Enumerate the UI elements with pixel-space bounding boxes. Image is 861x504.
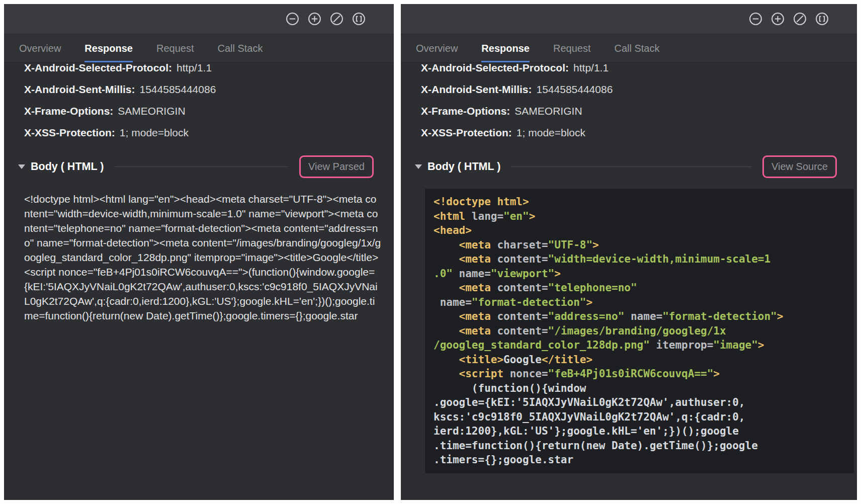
header-value: SAMEORIGIN xyxy=(118,105,185,117)
inspector-panel-source: Overview Response Request Call Stack X-A… xyxy=(401,4,857,500)
header-name: X-Android-Selected-Protocol xyxy=(421,63,565,74)
tab-response[interactable]: Response xyxy=(84,34,133,62)
tab-bar: Overview Response Request Call Stack xyxy=(4,34,394,63)
response-headers-list: X-Android-Selected-Protocol: http/1.1 X-… xyxy=(24,63,374,143)
code-line: <meta content="/images/branding/googleg/… xyxy=(434,324,845,339)
code-line: <html lang="en"> xyxy=(434,209,845,224)
header-name: X-Android-Sent-Millis xyxy=(421,83,529,96)
collapse-triangle-icon[interactable] xyxy=(415,164,422,169)
body-section-header: Body ( HTML ) View Parsed xyxy=(24,154,374,179)
code-line: <head> xyxy=(434,223,845,238)
header-value: 1; mode=block xyxy=(120,127,189,139)
header-separator: : xyxy=(529,83,532,96)
header-row: X-Frame-Options: SAMEORIGIN xyxy=(24,100,374,122)
divider-line xyxy=(511,166,751,167)
header-value: 1; mode=block xyxy=(516,127,585,139)
focus-brackets-icon[interactable] xyxy=(352,12,366,26)
tab-overview[interactable]: Overview xyxy=(416,34,458,62)
code-line: <!doctype html> xyxy=(434,195,845,209)
focus-brackets-icon[interactable] xyxy=(815,12,829,26)
header-separator: : xyxy=(508,127,512,139)
body-section-header: Body ( HTML ) View Source xyxy=(421,154,837,179)
code-line: <meta content="width=device-width,minimu… xyxy=(434,252,845,267)
divider-line xyxy=(115,166,288,167)
block-icon[interactable] xyxy=(793,12,807,26)
body-section-label: Body ( HTML ) xyxy=(31,160,104,173)
header-value: http/1.1 xyxy=(573,63,609,74)
header-value: SAMEORIGIN xyxy=(514,105,582,117)
tab-request[interactable]: Request xyxy=(156,34,194,62)
zoom-out-icon[interactable] xyxy=(749,12,762,26)
header-separator: : xyxy=(168,63,172,74)
code-line: <meta charset="UTF-8"> xyxy=(434,238,845,253)
code-line: <meta content="address=no" name="format-… xyxy=(434,309,845,324)
tab-response[interactable]: Response xyxy=(481,34,530,62)
code-line: <script nonce="feB+4Pj01s0iRCW6couvqA=="… xyxy=(434,367,845,381)
code-line: kscs:'c9c918f0_5IAQXJyVNaiL0gK2t72QAw',q… xyxy=(434,410,845,425)
header-name: X-XSS-Protection xyxy=(421,127,508,139)
header-row: X-Frame-Options: SAMEORIGIN xyxy=(421,100,837,122)
tab-overview[interactable]: Overview xyxy=(19,34,61,62)
panel-toolbar xyxy=(401,4,857,34)
header-name: X-Frame-Options xyxy=(421,105,506,117)
code-line: name="format-detection"> xyxy=(434,295,845,310)
tab-request[interactable]: Request xyxy=(553,34,591,62)
header-name: X-Android-Sent-Millis xyxy=(24,83,132,96)
tab-call-stack[interactable]: Call Stack xyxy=(217,34,263,62)
zoom-in-icon[interactable] xyxy=(308,12,321,26)
header-row: X-Android-Sent-Millis: 1544585444086 xyxy=(24,78,374,100)
dual-inspector-view: Overview Response Request Call Stack X-A… xyxy=(0,0,861,504)
parsed-body-text: <!doctype html><html lang="en"><head><me… xyxy=(24,192,382,323)
code-line: .time=function(){return(new Date).getTim… xyxy=(434,439,845,453)
header-separator: : xyxy=(110,105,113,117)
block-icon[interactable] xyxy=(330,12,343,26)
code-line: .timers={};google.star xyxy=(434,453,845,467)
tab-bar: Overview Response Request Call Stack xyxy=(401,34,857,63)
header-row: X-Android-Selected-Protocol: http/1.1 xyxy=(24,63,374,78)
code-line: .google={kEI:'5IAQXJyVNaiL0gK2t72QAw',au… xyxy=(434,395,845,410)
header-row: X-XSS-Protection: 1; mode=block xyxy=(421,122,837,143)
view-source-button[interactable]: View Source xyxy=(762,155,837,178)
header-name: X-Android-Selected-Protocol xyxy=(24,63,168,74)
panel-toolbar xyxy=(4,4,394,34)
response-headers-list: X-Android-Selected-Protocol: http/1.1 X-… xyxy=(421,63,837,143)
tab-call-stack[interactable]: Call Stack xyxy=(614,34,659,62)
header-value: http/1.1 xyxy=(177,63,212,74)
header-value: 1544585444086 xyxy=(140,83,216,96)
zoom-out-icon[interactable] xyxy=(286,12,299,26)
header-separator: : xyxy=(565,63,569,74)
header-name: X-XSS-Protection xyxy=(24,127,112,139)
header-row: X-Android-Selected-Protocol: http/1.1 xyxy=(421,63,837,78)
code-line: /googleg_standard_color_128dp.png" itemp… xyxy=(434,338,845,353)
zoom-in-icon[interactable] xyxy=(771,12,785,26)
header-separator: : xyxy=(112,127,115,139)
view-parsed-button[interactable]: View Parsed xyxy=(299,155,374,178)
code-line: (function(){window xyxy=(434,381,845,396)
code-line: .0" name="viewport"> xyxy=(434,267,845,281)
header-row: X-Android-Sent-Millis: 1544585444086 xyxy=(421,78,837,100)
response-content: X-Android-Selected-Protocol: http/1.1 X-… xyxy=(401,63,857,500)
source-code-block: <!doctype html><html lang="en"><head> <m… xyxy=(425,189,854,473)
collapse-triangle-icon[interactable] xyxy=(18,164,25,169)
code-line: <meta content="telephone=no" xyxy=(434,281,845,295)
header-row: X-XSS-Protection: 1; mode=block xyxy=(24,122,374,143)
inspector-panel-parsed: Overview Response Request Call Stack X-A… xyxy=(4,4,394,500)
code-line: ierd:1200},kGL:'US'};google.kHL='en';})(… xyxy=(434,424,845,439)
header-separator: : xyxy=(506,105,510,117)
body-section-label: Body ( HTML ) xyxy=(427,160,500,173)
response-content: X-Android-Selected-Protocol: http/1.1 X-… xyxy=(4,63,394,500)
header-name: X-Frame-Options xyxy=(24,105,110,117)
code-line: <title>Google</title> xyxy=(434,353,845,367)
header-value: 1544585444086 xyxy=(537,83,613,96)
header-separator: : xyxy=(132,83,135,96)
